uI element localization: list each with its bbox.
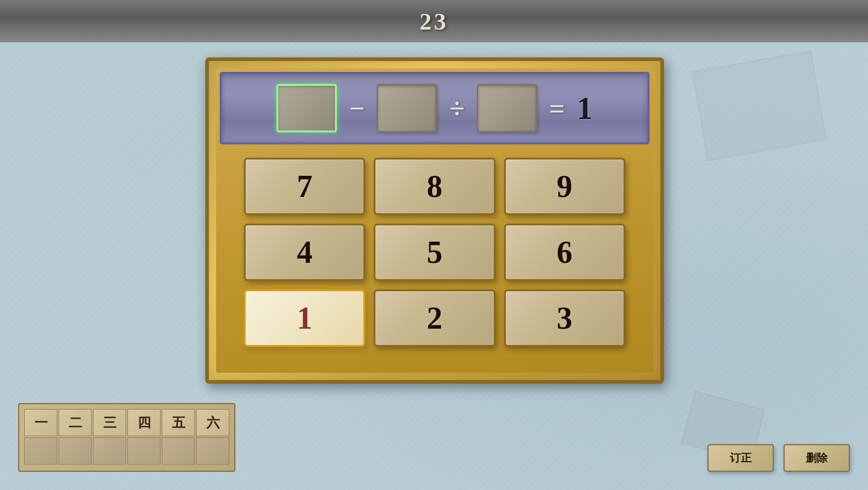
number-btn-8[interactable]: 8 xyxy=(374,158,495,215)
delete-button[interactable]: 删除 xyxy=(783,444,850,472)
char-cell-empty-4 xyxy=(127,437,161,465)
char-cell-empty-3 xyxy=(93,437,126,465)
puzzle-board: − ÷ = 1 7 8 9 4 5 6 1 2 xyxy=(205,57,664,384)
char-cell-6: 六 xyxy=(196,409,229,436)
char-cell-4: 四 xyxy=(127,409,161,436)
top-bar: 23 xyxy=(0,0,868,42)
char-cell-empty-2 xyxy=(59,437,92,465)
action-buttons: 订正 删除 xyxy=(707,444,850,472)
equation-slot-3[interactable] xyxy=(477,84,537,132)
number-grid: 7 8 9 4 5 6 1 2 3 xyxy=(220,158,649,347)
char-cell-empty-1 xyxy=(24,437,57,465)
equation-area: − ÷ = 1 xyxy=(220,72,649,144)
char-cell-empty-5 xyxy=(162,437,195,465)
deco-top-right xyxy=(692,51,826,161)
equation-slot-1[interactable] xyxy=(276,84,337,132)
score-display: 23 xyxy=(420,7,448,36)
number-btn-4[interactable]: 4 xyxy=(244,224,365,281)
number-btn-1[interactable]: 1 xyxy=(244,289,365,347)
operator-divide: ÷ xyxy=(449,92,464,124)
number-btn-9[interactable]: 9 xyxy=(504,158,625,215)
number-btn-7[interactable]: 7 xyxy=(244,158,365,215)
char-cell-5: 五 xyxy=(162,409,195,436)
char-cell-1: 一 xyxy=(24,409,57,436)
char-cell-empty-6 xyxy=(196,437,229,465)
char-cell-2: 二 xyxy=(59,409,92,436)
equation-slot-2[interactable] xyxy=(377,84,437,132)
number-btn-6[interactable]: 6 xyxy=(504,224,625,281)
number-btn-3[interactable]: 3 xyxy=(504,289,625,347)
char-row-top: 一 二 三 四 五 六 xyxy=(24,409,229,436)
number-btn-2[interactable]: 2 xyxy=(374,289,495,347)
operator-minus: − xyxy=(349,92,365,124)
char-cell-3: 三 xyxy=(93,409,126,436)
equals-sign: = xyxy=(549,92,565,124)
char-tracker: 一 二 三 四 五 六 xyxy=(18,403,235,472)
correct-button[interactable]: 订正 xyxy=(707,444,774,472)
result-value: 1 xyxy=(577,91,593,126)
char-row-bottom xyxy=(24,437,229,465)
number-btn-5[interactable]: 5 xyxy=(374,224,495,281)
